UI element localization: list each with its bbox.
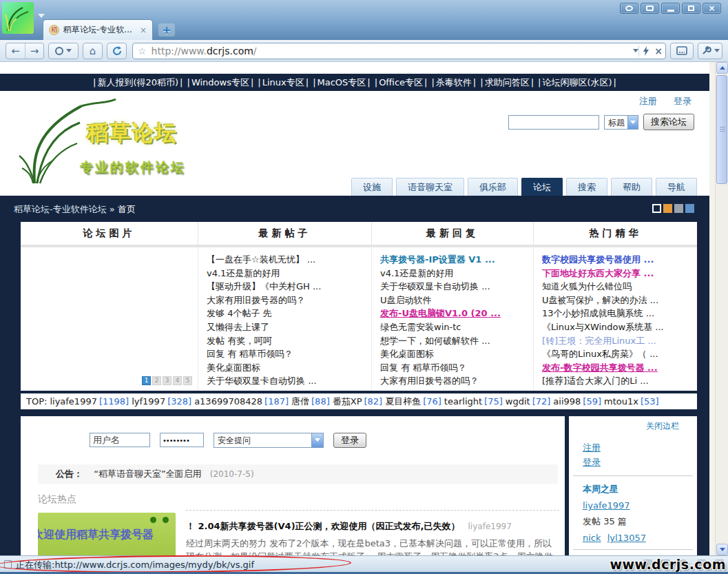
minimize-button[interactable] xyxy=(661,3,680,14)
refresh-button[interactable] xyxy=(107,43,127,59)
search-forum-button[interactable]: 搜索论坛 xyxy=(643,114,694,130)
top-user-name[interactable]: aii998 xyxy=(553,396,581,407)
url-dropdown-caret-icon[interactable] xyxy=(633,49,638,52)
top-nav-link[interactable]: 论坛闲聊区(水区) xyxy=(538,77,616,88)
security-question-select[interactable]: 安全提问 xyxy=(214,433,324,448)
new-tab-button[interactable]: + xyxy=(158,23,175,37)
url-text[interactable]: http://www.dcrjs.com/ xyxy=(152,45,631,57)
post-link[interactable]: 大家有用旧拨号器的吗？ xyxy=(207,294,368,307)
digest-link[interactable]: 数字校园共享拨号器使用 ... xyxy=(542,253,694,267)
history-dropdown-button[interactable] xyxy=(48,43,79,59)
digest-link[interactable]: [推荐]适合大家入门的Li ... xyxy=(542,374,694,388)
reply-link[interactable]: 大家有用旧拨号器的吗？ xyxy=(380,374,530,388)
post-link[interactable]: 发帖 有奖，呵呵 xyxy=(207,334,368,348)
hotspot-author[interactable]: liyafe1997 xyxy=(468,522,512,531)
nick-value-link[interactable]: lyl13057 xyxy=(607,533,646,543)
login-button[interactable]: 登录 xyxy=(333,433,366,448)
breadcrumb-site[interactable]: 稻草论坛-专业软件论坛 xyxy=(14,204,107,214)
back-button[interactable]: ← xyxy=(6,43,25,59)
site-tab[interactable]: 帮助 xyxy=(611,178,652,196)
week-star-user-link[interactable]: liyafe1997 xyxy=(583,500,630,511)
stop-icon[interactable]: × xyxy=(654,45,663,57)
feedback-note-button[interactable] xyxy=(641,3,659,14)
digest-link[interactable]: [转]王垠：完全用Linux工 ... xyxy=(542,334,694,348)
digest-link[interactable]: 《鸟哥的Linux私房菜》（ ... xyxy=(542,347,694,361)
reply-link[interactable]: 绿色无需安装win-tc xyxy=(380,320,530,334)
top-user-name[interactable]: 唐僧 xyxy=(291,396,309,407)
top-user-name[interactable]: lyf1997 xyxy=(132,396,165,407)
digest-link[interactable]: 下面地址好东西大家分享 ... xyxy=(542,267,694,280)
sidebar-register-link[interactable]: 注册 xyxy=(583,440,697,455)
scroll-up-button[interactable] xyxy=(716,62,728,74)
site-tab[interactable]: 设施 xyxy=(351,178,393,196)
top-user-name[interactable]: 番茄XP xyxy=(333,396,362,407)
password-field[interactable] xyxy=(160,433,204,447)
site-tab[interactable]: 俱乐部 xyxy=(468,178,518,196)
site-tab[interactable]: 论坛 xyxy=(521,178,563,196)
announcement-link[interactable]: “稻草语音聊天室”全面启用 xyxy=(94,469,201,479)
tab-close-icon[interactable]: × xyxy=(140,25,147,35)
app-logo-icon[interactable] xyxy=(2,2,34,34)
top-nav-link[interactable]: 新人报到(得20稻币) xyxy=(93,77,183,88)
reply-link[interactable]: 共享拨号器-IP设置器 V1 ... xyxy=(380,253,530,267)
site-tab[interactable]: 语音聊天室 xyxy=(396,178,464,196)
digest-link[interactable]: 发布-数字校园共享拨号器 ... xyxy=(542,361,694,375)
pagination-button[interactable]: 1 xyxy=(142,376,151,385)
top-nav-link[interactable]: Office专区 xyxy=(375,77,428,88)
forward-button[interactable]: → xyxy=(25,43,43,59)
quick-go-bolt-icon[interactable] xyxy=(643,46,649,56)
close-window-button[interactable]: × xyxy=(703,3,721,14)
reply-link[interactable]: 关于华硕双显卡自动切换 ... xyxy=(380,280,530,294)
digest-link[interactable]: 《Linux与XWindow系统基 ... xyxy=(542,320,694,334)
digest-link[interactable]: 13个小妙招成就电脑系统 ... xyxy=(542,307,694,320)
style-switch-button[interactable] xyxy=(652,204,661,213)
browser-tab[interactable]: 稻 稻草论坛-专业软... × xyxy=(43,19,153,40)
nick-label-link[interactable]: nick xyxy=(583,533,601,543)
top-nav-link[interactable]: 求助问答区 xyxy=(480,77,534,88)
reply-link[interactable]: U盘启动软件 xyxy=(380,294,530,307)
scrollbar-thumb[interactable] xyxy=(716,75,727,184)
top-user-name[interactable]: liyafe1997 xyxy=(50,396,97,407)
reply-link[interactable]: 想学一下，如何破解软件 ... xyxy=(380,334,530,348)
app-menu-caret-icon[interactable] xyxy=(38,14,45,18)
reply-link[interactable]: 发布-U盘电脑锁V1.0 (20 ... xyxy=(380,307,530,320)
top-user-name[interactable]: wgdit xyxy=(506,396,530,407)
style-switch-button[interactable] xyxy=(685,204,694,213)
maximize-button[interactable] xyxy=(682,3,700,14)
digest-link[interactable]: U盘被写保护，解决的办法 ... xyxy=(542,294,694,307)
post-link[interactable]: 美化桌面图标 xyxy=(207,361,368,375)
snapshot-tool-button[interactable] xyxy=(670,43,694,59)
site-tab[interactable]: 搜索 xyxy=(566,178,607,196)
hotspot-banner-image[interactable]: 欢迎使用稻草共享拨号器 xyxy=(38,513,176,555)
post-link[interactable]: 关于华硕双显卡自动切换 ... xyxy=(207,374,368,388)
scroll-down-button[interactable] xyxy=(716,544,728,555)
top-user-name[interactable]: mtou1x xyxy=(604,396,638,407)
top-nav-link[interactable]: 杀毒软件 xyxy=(431,77,476,88)
search-input[interactable] xyxy=(508,115,599,130)
digest-link[interactable]: 知道火狐为什么错位吗 xyxy=(542,280,694,294)
reply-link[interactable]: 回复 有 稻草币领吗？ xyxy=(380,361,530,375)
home-button[interactable]: ⌂ xyxy=(83,43,103,59)
search-type-select[interactable]: 标题 xyxy=(604,115,638,130)
reply-link[interactable]: 美化桌面图标 xyxy=(380,347,530,361)
pagination-button[interactable]: 4 xyxy=(173,376,182,385)
post-link[interactable]: 发够 4个帖子 先 xyxy=(207,307,368,320)
breadcrumb-page[interactable]: 首页 xyxy=(118,204,136,214)
top-nav-link[interactable]: MacOS专区 xyxy=(313,77,371,88)
top-user-name[interactable]: 夏目梓鱼 xyxy=(385,396,421,407)
post-link[interactable]: v4.1还是新的好用 xyxy=(207,267,368,280)
close-sidebar-link[interactable]: 关闭边栏 xyxy=(569,420,697,432)
top-nav-link[interactable]: Windows专区 xyxy=(187,77,254,88)
reply-link[interactable]: v4.1还是新的好用 xyxy=(380,267,530,280)
post-link[interactable]: 【一盘在手☆装机无忧】 ... xyxy=(207,253,368,267)
tools-wrench-button[interactable] xyxy=(698,43,722,59)
chat-bubble-button[interactable] xyxy=(620,3,638,14)
site-tab[interactable]: 导航 xyxy=(656,178,697,196)
pagination-button[interactable]: 3 xyxy=(163,376,171,385)
pagination-button[interactable]: 2 xyxy=(152,376,161,385)
register-link[interactable]: 注册 xyxy=(639,96,657,106)
style-switch-button[interactable] xyxy=(663,204,672,213)
top-user-name[interactable]: a13699708428 xyxy=(194,396,262,407)
hotspot-title-text[interactable]: ！ 2.04新共享拨号器(V4)正公测，欢迎使用（因正式发布,已失效） xyxy=(186,521,460,531)
login-link[interactable]: 登录 xyxy=(674,96,691,106)
